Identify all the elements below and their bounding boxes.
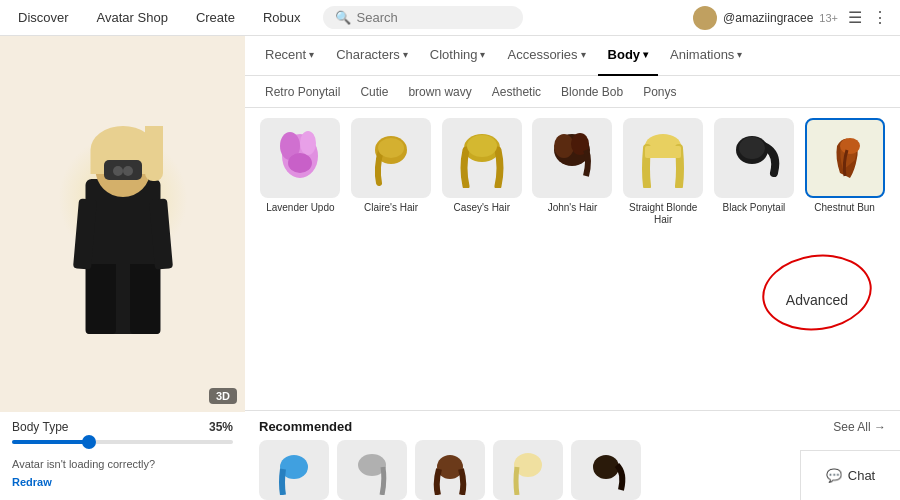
tab-body[interactable]: Body ▾	[598, 36, 659, 76]
hair-label-johns: John's Hair	[548, 202, 598, 214]
user-info: @amaziingracee 13+	[693, 6, 838, 30]
caseys-hair-icon	[452, 128, 512, 188]
left-bottom: Body Type 35% Avatar isn't loading corre…	[0, 412, 245, 500]
search-bar[interactable]: 🔍	[323, 6, 523, 29]
tab-recent[interactable]: Recent ▾	[255, 36, 324, 76]
rec-item-5[interactable]	[571, 440, 641, 500]
recommended-title: Recommended	[259, 419, 352, 434]
tab-characters[interactable]: Characters ▾	[326, 36, 418, 76]
nav-create[interactable]: Create	[190, 6, 241, 29]
tab-clothing[interactable]: Clothing ▾	[420, 36, 496, 76]
body-type-label: Body Type	[12, 420, 68, 434]
subcat-blonde-bob[interactable]: Blonde Bob	[551, 81, 633, 103]
subcat-cutie[interactable]: Cutie	[350, 81, 398, 103]
hair-thumb-chestnut	[805, 118, 885, 198]
rec-hair-icon-1	[269, 445, 319, 495]
rec-item-2[interactable]	[337, 440, 407, 500]
straight-blonde-hair-icon	[633, 128, 693, 188]
tab-animations[interactable]: Animations ▾	[660, 36, 752, 76]
subcat-aesthetic[interactable]: Aesthetic	[482, 81, 551, 103]
black-ponytail-hair-icon	[724, 128, 784, 188]
nav-right: @amaziingracee 13+ ☰ ⋮	[693, 6, 888, 30]
notification-icon[interactable]: ⋮	[872, 8, 888, 27]
tab-accessories[interactable]: Accessories ▾	[497, 36, 595, 76]
rec-item-4[interactable]	[493, 440, 563, 500]
hair-item-caseys[interactable]: Casey's Hair	[440, 118, 523, 226]
tab-animations-label: Animations	[670, 47, 734, 62]
age-label: 13+	[819, 12, 838, 24]
svg-point-9	[554, 134, 574, 158]
tab-clothing-label: Clothing	[430, 47, 478, 62]
rec-hair-icon-5	[581, 445, 631, 495]
svg-point-5	[378, 138, 404, 158]
search-icon: 🔍	[335, 10, 351, 25]
hair-label-caseys: Casey's Hair	[454, 202, 510, 214]
recommended-header: Recommended See All →	[259, 419, 886, 434]
see-all-link[interactable]: See All →	[833, 420, 886, 434]
recommended-row	[259, 440, 886, 500]
tab-animations-arrow: ▾	[737, 49, 742, 60]
avatar-preview: 3D	[0, 36, 245, 412]
tab-accessories-label: Accessories	[507, 47, 577, 62]
rec-item-1[interactable]	[259, 440, 329, 500]
hair-item-claires[interactable]: Claire's Hair	[350, 118, 433, 226]
rec-hair-icon-3	[425, 445, 475, 495]
hair-thumb-straight-blonde	[623, 118, 703, 198]
avatar-error-text: Avatar isn't loading correctly?	[12, 454, 233, 472]
tab-characters-label: Characters	[336, 47, 400, 62]
tab-recent-arrow: ▾	[309, 49, 314, 60]
hair-label-straight-blonde: Straight Blonde Hair	[623, 202, 703, 226]
nav-avatar-shop[interactable]: Avatar Shop	[91, 6, 174, 29]
subcat-retro-ponytail[interactable]: Retro Ponytail	[255, 81, 350, 103]
tab-accessories-arrow: ▾	[581, 49, 586, 60]
tab-clothing-arrow: ▾	[480, 49, 485, 60]
hair-item-black-ponytail[interactable]: Black Ponytail	[713, 118, 796, 226]
chestnut-bun-hair-icon	[815, 128, 875, 188]
hair-grid: Lavender Updo Claire's Hair	[259, 118, 886, 226]
nav-robux[interactable]: Robux	[257, 6, 307, 29]
lavender-hair-icon	[270, 128, 330, 188]
hair-item-chestnut[interactable]: Chestnut Bun	[803, 118, 886, 226]
subcategory-scroll: Retro Ponytail Cutie brown wavy Aestheti…	[245, 76, 900, 108]
rec-item-3[interactable]	[415, 440, 485, 500]
svg-point-18	[437, 455, 463, 479]
badge-3d: 3D	[209, 388, 237, 404]
hair-item-straight-blonde[interactable]: Straight Blonde Hair	[622, 118, 705, 226]
claires-hair-icon	[361, 128, 421, 188]
svg-point-7	[467, 135, 497, 157]
rec-hair-icon-2	[347, 445, 397, 495]
avatar-figure	[38, 114, 208, 334]
svg-point-3	[288, 153, 312, 173]
chat-icon: 💬	[826, 468, 842, 483]
search-input[interactable]	[357, 10, 507, 25]
johns-hair-icon	[542, 128, 602, 188]
slider-fill	[12, 440, 89, 444]
tab-body-arrow: ▾	[643, 49, 648, 60]
subcat-brown-wavy[interactable]: brown wavy	[398, 81, 481, 103]
slider-thumb[interactable]	[82, 435, 96, 449]
hair-label-lavender: Lavender Updo	[266, 202, 334, 214]
hair-label-chestnut: Chestnut Bun	[814, 202, 875, 214]
hair-item-lavender[interactable]: Lavender Updo	[259, 118, 342, 226]
username-label: @amaziingracee	[723, 11, 813, 25]
hair-thumb-caseys	[442, 118, 522, 198]
chat-button[interactable]: 💬 Chat	[800, 450, 900, 500]
svg-point-2	[300, 131, 316, 155]
avatar	[693, 6, 717, 30]
subcat-ponys[interactable]: Ponys	[633, 81, 686, 103]
top-nav: Discover Avatar Shop Create Robux 🔍 @ama…	[0, 0, 900, 36]
hair-item-johns[interactable]: John's Hair	[531, 118, 614, 226]
advanced-overlay: Advanced	[762, 255, 872, 308]
hair-label-black-ponytail: Black Ponytail	[723, 202, 786, 214]
menu-icon[interactable]: ☰	[848, 8, 862, 27]
body-type-slider[interactable]	[12, 440, 233, 444]
hair-thumb-johns	[532, 118, 612, 198]
svg-point-15	[840, 138, 860, 154]
left-panel: 3D Body Type 35% Avatar isn't loading co…	[0, 36, 245, 500]
hair-thumb-lavender	[260, 118, 340, 198]
redraw-link[interactable]: Redraw	[12, 476, 52, 488]
rec-hair-icon-4	[503, 445, 553, 495]
nav-discover[interactable]: Discover	[12, 6, 75, 29]
tab-characters-arrow: ▾	[403, 49, 408, 60]
hair-thumb-claires	[351, 118, 431, 198]
